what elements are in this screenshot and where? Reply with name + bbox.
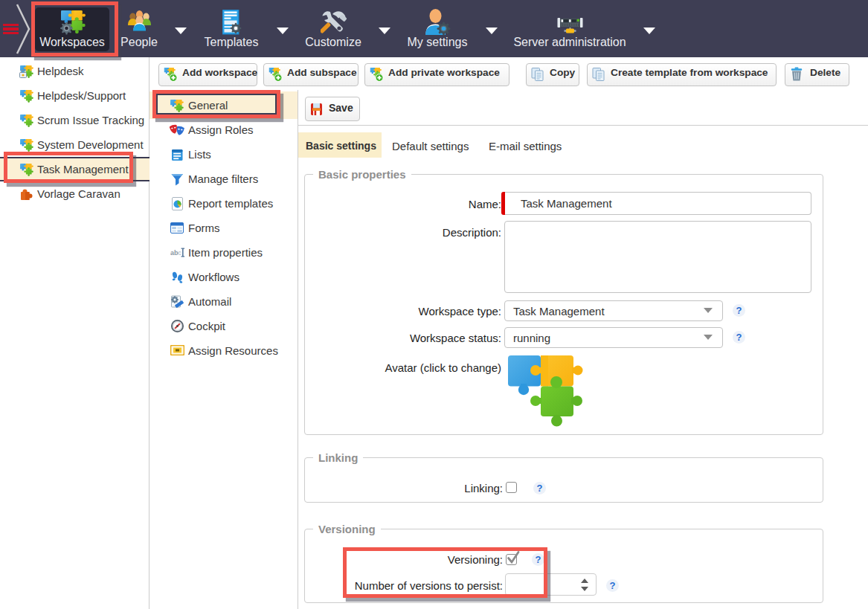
svg-text:c: c xyxy=(178,249,181,257)
